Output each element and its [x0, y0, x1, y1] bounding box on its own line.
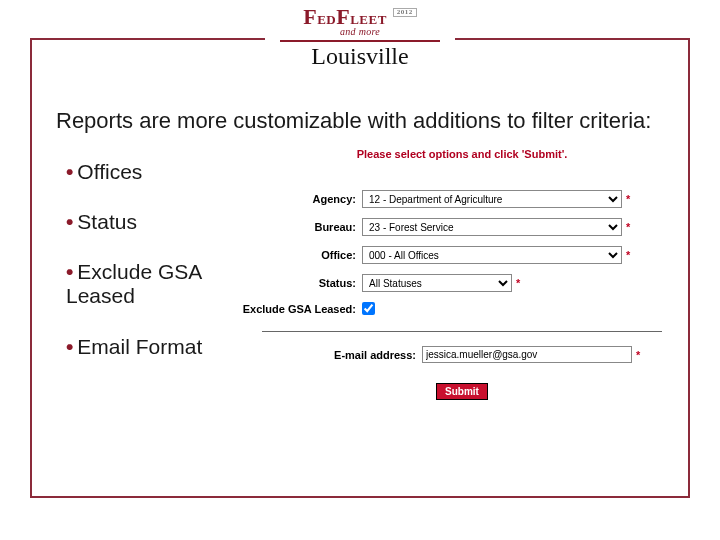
slide-frame: Reports are more customizable with addit…	[30, 38, 690, 498]
email-input[interactable]	[422, 346, 632, 363]
logo-city: Louisville	[271, 44, 449, 68]
bullet-label: Email Format	[77, 335, 202, 358]
logo-letter: LEET	[350, 12, 387, 27]
filter-form: Please select options and click 'Submit'…	[262, 148, 662, 400]
submit-wrap: Submit	[262, 383, 662, 400]
required-mark: *	[626, 221, 630, 233]
agency-label: Agency:	[262, 193, 362, 205]
exclude-row: Exclude GSA Leased:	[202, 302, 662, 315]
logo-letter: ED	[317, 12, 336, 27]
status-label: Status:	[262, 277, 362, 289]
logo-letter: F	[303, 4, 317, 29]
status-row: Status: All Statuses *	[262, 274, 662, 292]
bureau-label: Bureau:	[262, 221, 362, 233]
bullet-status: •Status	[66, 210, 256, 234]
slide-heading: Reports are more customizable with addit…	[56, 108, 651, 134]
bureau-select[interactable]: 23 - Forest Service	[362, 218, 622, 236]
email-row: E-mail address: *	[262, 346, 662, 363]
bureau-row: Bureau: 23 - Forest Service *	[262, 218, 662, 236]
status-select[interactable]: All Statuses	[362, 274, 512, 292]
bullet-label: Status	[77, 210, 137, 233]
email-label: E-mail address:	[262, 349, 422, 361]
logo-brand: FEDFLEET 2012	[271, 6, 449, 28]
required-mark: *	[516, 277, 520, 289]
logo-tagline: and more	[271, 26, 449, 37]
form-instruction: Please select options and click 'Submit'…	[262, 148, 662, 160]
logo-underline	[280, 40, 440, 42]
exclude-label: Exclude GSA Leased:	[202, 303, 362, 315]
office-row: Office: 000 - All Offices *	[262, 246, 662, 264]
bullet-dot-icon: •	[66, 210, 73, 233]
office-label: Office:	[262, 249, 362, 261]
agency-row: Agency: 12 - Department of Agriculture *	[262, 190, 662, 208]
logo-year: 2012	[393, 8, 417, 17]
bullet-label: Exclude GSA Leased	[66, 260, 201, 307]
form-divider	[262, 331, 662, 332]
bullet-label: Offices	[77, 160, 142, 183]
bullet-dot-icon: •	[66, 160, 73, 183]
required-mark: *	[636, 349, 640, 361]
required-mark: *	[626, 249, 630, 261]
required-mark: *	[626, 193, 630, 205]
bullet-dot-icon: •	[66, 260, 73, 283]
bullet-email-format: •Email Format	[66, 335, 256, 359]
fedfleet-logo: FEDFLEET 2012 and more Louisville	[265, 6, 455, 68]
bullet-dot-icon: •	[66, 335, 73, 358]
submit-button[interactable]: Submit	[436, 383, 488, 400]
exclude-gsa-checkbox[interactable]	[362, 302, 375, 315]
agency-select[interactable]: 12 - Department of Agriculture	[362, 190, 622, 208]
office-select[interactable]: 000 - All Offices	[362, 246, 622, 264]
bullet-list: •Offices •Status •Exclude GSA Leased •Em…	[66, 160, 256, 385]
bullet-offices: •Offices	[66, 160, 256, 184]
